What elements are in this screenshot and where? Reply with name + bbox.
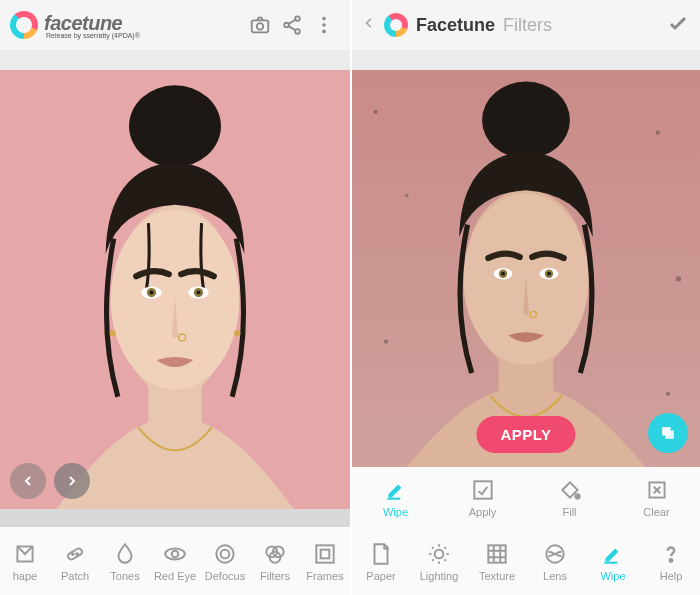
compare-button[interactable] <box>648 413 688 453</box>
frames-icon <box>312 541 338 567</box>
svg-point-58 <box>670 559 673 562</box>
svg-line-6 <box>289 26 296 30</box>
subtool-wipe[interactable]: Wipe <box>352 467 439 527</box>
svg-point-25 <box>172 550 179 557</box>
tool-paper[interactable]: Paper <box>352 527 410 595</box>
svg-point-37 <box>666 392 670 396</box>
defocus-icon <box>212 541 238 567</box>
svg-point-52 <box>575 494 579 498</box>
subtool-clear[interactable]: Clear <box>613 467 700 527</box>
svg-point-27 <box>221 549 230 558</box>
svg-rect-51 <box>474 481 491 498</box>
svg-point-11 <box>129 85 221 167</box>
svg-rect-32 <box>321 549 330 558</box>
svg-rect-0 <box>252 20 269 32</box>
tool-defocus[interactable]: Defocus <box>200 527 250 595</box>
tool-filters[interactable]: Filters <box>250 527 300 595</box>
tool-label: Texture <box>479 570 515 582</box>
svg-rect-55 <box>488 545 505 562</box>
svg-rect-50 <box>387 497 400 499</box>
svg-point-19 <box>110 330 116 336</box>
tool-lens[interactable]: Lens <box>526 527 584 595</box>
svg-point-8 <box>322 23 326 27</box>
tool-texture[interactable]: Texture <box>468 527 526 595</box>
subtool-apply[interactable]: Apply <box>439 467 526 527</box>
svg-point-16 <box>149 291 153 295</box>
tool-label: Red Eye <box>154 570 196 582</box>
undo-button[interactable] <box>10 463 46 499</box>
history-nav <box>10 463 90 499</box>
tool-patch[interactable]: Patch <box>50 527 100 595</box>
tool-label: Wipe <box>383 506 408 518</box>
back-button[interactable] <box>362 13 376 37</box>
svg-point-20 <box>234 330 240 336</box>
tool-label: Frames <box>306 570 343 582</box>
section-title: Filters <box>503 15 552 36</box>
svg-point-38 <box>405 194 408 197</box>
tool-label: Clear <box>643 506 669 518</box>
svg-rect-57 <box>604 561 617 563</box>
more-icon[interactable] <box>308 9 340 41</box>
svg-point-23 <box>76 553 78 555</box>
tool-label: Lens <box>543 570 567 582</box>
svg-point-54 <box>435 549 444 558</box>
tool-reshape[interactable]: hape <box>0 527 50 595</box>
svg-point-7 <box>322 17 326 21</box>
divider <box>0 50 350 70</box>
release-note: Release by sserratty (4PDA)® <box>46 32 140 39</box>
svg-line-5 <box>289 20 296 24</box>
tool-label: Defocus <box>205 570 245 582</box>
svg-point-3 <box>284 23 289 28</box>
main-editor-pane: facetune Release by sserratty (4PDA)® <box>0 0 352 595</box>
tool-redeye[interactable]: Red Eye <box>150 527 200 595</box>
tool-label: Lighting <box>420 570 459 582</box>
svg-point-1 <box>257 23 263 29</box>
tool-lighting[interactable]: Lighting <box>410 527 468 595</box>
svg-point-40 <box>482 81 570 158</box>
svg-point-36 <box>384 340 388 344</box>
tool-help[interactable]: Help <box>642 527 700 595</box>
svg-point-35 <box>676 276 681 281</box>
tool-label: Filters <box>260 570 290 582</box>
tool-frames[interactable]: Frames <box>300 527 350 595</box>
wipe-icon <box>383 477 409 503</box>
main-toolbar-right: Paper Lighting Texture Lens Wipe Help <box>352 527 700 595</box>
tool-label: Paper <box>366 570 395 582</box>
logo-ring-icon <box>384 13 408 37</box>
divider <box>352 50 700 70</box>
share-icon[interactable] <box>276 9 308 41</box>
svg-point-26 <box>216 545 233 562</box>
svg-rect-49 <box>666 431 674 439</box>
svg-point-22 <box>72 553 74 555</box>
confirm-button[interactable] <box>666 11 690 39</box>
tool-label: hape <box>13 570 37 582</box>
photo-canvas-right[interactable]: APPLY <box>352 70 700 467</box>
svg-rect-21 <box>67 547 83 560</box>
patch-icon <box>62 541 88 567</box>
redo-button[interactable] <box>54 463 90 499</box>
app-title: Facetune <box>416 15 495 36</box>
photo-canvas-left[interactable] <box>0 70 350 509</box>
logo-ring-icon <box>10 11 38 39</box>
header-left: facetune Release by sserratty (4PDA)® <box>0 0 350 50</box>
tool-label: Patch <box>61 570 89 582</box>
svg-point-45 <box>501 272 505 276</box>
paper-icon <box>368 541 394 567</box>
clear-icon <box>644 477 670 503</box>
svg-point-46 <box>547 272 551 276</box>
tool-label: Wipe <box>600 570 625 582</box>
wipe-icon <box>600 541 626 567</box>
tones-icon <box>112 541 138 567</box>
texture-icon <box>484 541 510 567</box>
svg-point-2 <box>295 16 300 21</box>
subtool-fill[interactable]: Fill <box>526 467 613 527</box>
svg-point-9 <box>322 30 326 34</box>
tool-tones[interactable]: Tones <box>100 527 150 595</box>
svg-point-34 <box>656 131 660 135</box>
camera-icon[interactable] <box>244 9 276 41</box>
reshape-icon <box>12 541 38 567</box>
fill-icon <box>557 477 583 503</box>
tool-label: Tones <box>110 570 139 582</box>
apply-button[interactable]: APPLY <box>476 416 575 453</box>
tool-wipe[interactable]: Wipe <box>584 527 642 595</box>
